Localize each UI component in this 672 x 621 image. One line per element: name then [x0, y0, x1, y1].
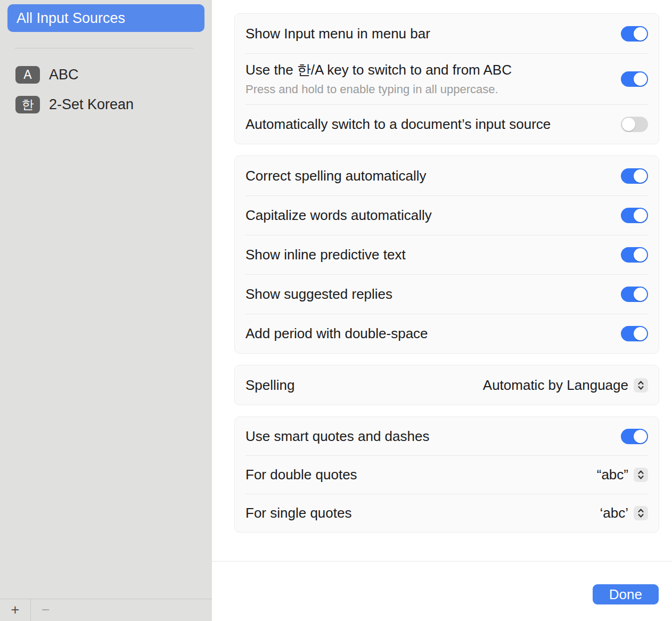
- setting-sublabel: Press and hold to enable typing in all u…: [245, 82, 621, 97]
- chevron-up-down-icon: [634, 378, 648, 393]
- panel-footer: Done: [212, 561, 672, 621]
- spelling-select-value: Automatic by Language: [483, 377, 628, 394]
- setting-row-suggested-replies: Show suggested replies: [235, 274, 659, 314]
- plus-icon: +: [11, 602, 20, 618]
- single-quotes-select[interactable]: ‘abc’: [600, 505, 648, 521]
- setting-label: Show Input menu in menu bar: [245, 25, 621, 43]
- setting-label: Use the 한/A key to switch to and from AB…: [245, 61, 621, 79]
- double-quotes-select[interactable]: “abc”: [597, 467, 648, 483]
- toggle-knob: [634, 288, 647, 301]
- spelling-settings-group: Spelling Automatic by Language: [234, 365, 659, 405]
- input-source-list: A ABC 한 2-Set Korean: [0, 60, 212, 119]
- setting-row-inline-predictive-text: Show inline predictive text: [235, 235, 659, 274]
- setting-row-period-double-space: Add period with double-space: [235, 314, 659, 353]
- setting-row-single-quotes: For single quotes ‘abc’: [235, 494, 659, 532]
- input-source-badge-korean: 한: [15, 96, 40, 113]
- sidebar-footer: + −: [0, 599, 212, 621]
- caps-lock-switch-toggle[interactable]: [621, 71, 648, 87]
- sidebar-item-label: All Input Sources: [17, 10, 125, 27]
- show-input-menu-toggle[interactable]: [621, 26, 648, 42]
- capitalize-words-toggle[interactable]: [621, 208, 648, 223]
- setting-label: Capitalize words automatically: [245, 207, 621, 224]
- setting-label: For double quotes: [245, 466, 597, 484]
- quotes-settings-group: Use smart quotes and dashes For double q…: [234, 416, 659, 533]
- setting-label: Correct spelling automatically: [245, 167, 621, 185]
- sidebar-divider: [15, 48, 193, 48]
- toggle-knob: [634, 248, 647, 262]
- setting-label: Add period with double-space: [245, 325, 621, 342]
- inline-predictive-text-toggle[interactable]: [621, 247, 648, 263]
- toggle-knob: [634, 169, 647, 183]
- input-source-label: ABC: [49, 67, 79, 83]
- setting-row-correct-spelling: Correct spelling automatically: [235, 156, 659, 195]
- smart-quotes-toggle[interactable]: [621, 429, 648, 444]
- input-source-label: 2-Set Korean: [49, 96, 134, 113]
- input-sources-sidebar: All Input Sources A ABC 한 2-Set Korean +…: [0, 0, 212, 621]
- toggle-knob: [634, 209, 647, 222]
- setting-row-double-quotes: For double quotes “abc”: [235, 455, 659, 494]
- auto-switch-document-toggle[interactable]: [621, 117, 648, 132]
- setting-row-auto-switch-document: Automatically switch to a document’s inp…: [235, 104, 659, 144]
- sidebar-item-2set-korean[interactable]: 한 2-Set Korean: [0, 89, 212, 119]
- toggle-knob: [634, 430, 647, 443]
- toggle-knob: [622, 118, 635, 131]
- toggle-knob: [634, 27, 647, 40]
- setting-label: Show suggested replies: [245, 285, 621, 303]
- text-correction-settings-group: Correct spelling automatically Capitaliz…: [234, 156, 659, 354]
- setting-label: For single quotes: [245, 504, 600, 522]
- setting-label: Spelling: [245, 377, 483, 394]
- chevron-up-down-icon: [634, 468, 648, 482]
- toggle-knob: [634, 327, 647, 340]
- suggested-replies-toggle[interactable]: [621, 287, 648, 302]
- setting-label: Show inline predictive text: [245, 246, 621, 264]
- correct-spelling-toggle[interactable]: [621, 168, 648, 184]
- setting-row-smart-quotes: Use smart quotes and dashes: [235, 417, 659, 455]
- setting-label: Use smart quotes and dashes: [245, 428, 621, 445]
- setting-row-show-input-menu: Show Input menu in menu bar: [235, 14, 659, 53]
- done-button[interactable]: Done: [593, 584, 659, 604]
- sidebar-item-all-input-sources[interactable]: All Input Sources: [7, 4, 204, 32]
- remove-input-source-button[interactable]: −: [31, 599, 61, 621]
- chevron-up-down-icon: [634, 506, 648, 520]
- input-sources-settings-panel: Show Input menu in menu bar Use the 한/A …: [212, 0, 672, 621]
- setting-label: Automatically switch to a document’s inp…: [245, 116, 621, 133]
- minus-icon: −: [42, 602, 50, 618]
- toggle-knob: [634, 72, 647, 86]
- single-quotes-select-value: ‘abc’: [600, 505, 628, 521]
- period-double-space-toggle[interactable]: [621, 326, 648, 341]
- setting-row-capitalize-words: Capitalize words automatically: [235, 195, 659, 235]
- setting-row-caps-lock-switch: Use the 한/A key to switch to and from AB…: [235, 53, 659, 104]
- input-menu-settings-group: Show Input menu in menu bar Use the 한/A …: [234, 13, 659, 144]
- setting-row-spelling: Spelling Automatic by Language: [235, 365, 659, 405]
- spelling-select[interactable]: Automatic by Language: [483, 377, 648, 394]
- sidebar-item-abc[interactable]: A ABC: [0, 60, 212, 89]
- double-quotes-select-value: “abc”: [597, 467, 628, 483]
- input-source-badge-abc: A: [15, 66, 40, 84]
- add-input-source-button[interactable]: +: [0, 599, 30, 621]
